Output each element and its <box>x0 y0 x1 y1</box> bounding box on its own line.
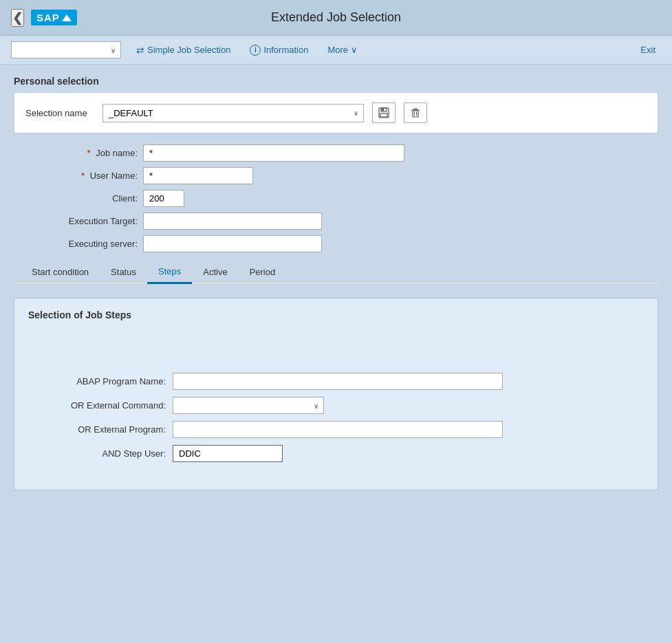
exit-button[interactable]: Exit <box>635 42 661 58</box>
or-external-command-wrapper: ∨ <box>173 397 324 414</box>
client-label: Client: <box>28 193 138 204</box>
job-name-label: * Job name: <box>28 148 138 158</box>
or-external-command-label: OR External Command: <box>28 400 166 411</box>
or-external-program-input[interactable] <box>173 421 503 438</box>
and-step-user-row: AND Step User: <box>28 445 644 462</box>
user-name-label: * User Name: <box>28 171 138 181</box>
simple-job-selection-icon: ⇄ <box>136 45 144 56</box>
tab-start-condition[interactable]: Start condition <box>21 261 100 284</box>
executing-server-input[interactable] <box>143 235 322 252</box>
or-external-program-row: OR External Program: <box>28 421 644 438</box>
selection-of-job-steps-box: Selection of Job Steps ABAP Program Name… <box>14 298 658 490</box>
or-external-command-row: OR External Command: ∨ <box>28 397 644 414</box>
personal-selection-title: Personal selection <box>14 76 658 87</box>
save-selection-button[interactable] <box>372 102 395 123</box>
steps-content: Selection of Job Steps ABAP Program Name… <box>14 284 658 490</box>
selection-name-select[interactable]: _DEFAULT <box>102 104 364 122</box>
main-content: Personal selection Selection name _DEFAU… <box>0 65 672 515</box>
or-external-command-select[interactable] <box>173 397 324 414</box>
execution-target-row: Execution Target: <box>14 212 658 230</box>
simple-job-selection-button[interactable]: ⇄ Simple Job Selection <box>132 42 235 58</box>
more-button[interactable]: More ∨ <box>323 42 362 58</box>
simple-job-selection-label: Simple Job Selection <box>147 45 230 55</box>
client-input[interactable] <box>143 190 184 207</box>
page-title: Extended Job Selection <box>271 10 401 25</box>
job-name-required-star: * <box>87 148 91 158</box>
information-label: Information <box>263 45 308 55</box>
information-button[interactable]: i Information <box>246 42 312 58</box>
and-step-user-label: AND Step User: <box>28 448 166 459</box>
execution-target-input[interactable] <box>143 212 322 230</box>
tab-active[interactable]: Active <box>192 261 238 284</box>
abap-program-name-row: ABAP Program Name: <box>28 373 644 390</box>
trash-icon <box>410 107 421 118</box>
executing-server-row: Executing server: <box>14 235 658 252</box>
client-row: Client: <box>14 190 658 207</box>
back-button[interactable]: ❮ <box>11 9 24 27</box>
tab-period[interactable]: Period <box>239 261 287 284</box>
more-chevron-icon: ∨ <box>351 45 358 55</box>
executing-server-label: Executing server: <box>28 239 138 249</box>
tab-status[interactable]: Status <box>100 261 147 284</box>
save-icon <box>378 107 389 118</box>
toolbar: ∨ ⇄ Simple Job Selection i Information M… <box>0 36 672 65</box>
sap-logo: SAP <box>31 10 77 25</box>
svg-rect-6 <box>414 109 417 110</box>
selection-name-label: Selection name <box>25 108 94 118</box>
tabs-bar: Start condition Status Steps Active Peri… <box>14 261 658 284</box>
tab-steps[interactable]: Steps <box>147 261 192 284</box>
header: ❮ SAP Extended Job Selection <box>0 0 672 36</box>
personal-selection-box: Selection name _DEFAULT ∨ <box>14 92 658 133</box>
job-name-row: * Job name: <box>14 144 658 162</box>
abap-program-name-input[interactable] <box>173 373 503 390</box>
user-name-row: * User Name: <box>14 167 658 184</box>
toolbar-dropdown[interactable] <box>11 41 121 58</box>
information-icon: i <box>250 45 261 56</box>
exit-label: Exit <box>640 45 655 55</box>
sap-logo-text: SAP <box>36 12 60 23</box>
form-section: * Job name: * User Name: Client: Executi… <box>14 144 658 252</box>
more-label: More <box>327 45 348 55</box>
or-external-program-label: OR External Program: <box>28 424 166 435</box>
execution-target-label: Execution Target: <box>28 216 138 226</box>
svg-rect-2 <box>380 113 387 117</box>
selection-name-wrapper: _DEFAULT ∨ <box>102 104 364 122</box>
svg-rect-3 <box>382 109 384 111</box>
sap-logo-triangle <box>62 14 72 21</box>
user-name-required-star: * <box>81 171 85 181</box>
selection-of-job-steps-title: Selection of Job Steps <box>28 309 644 320</box>
abap-program-name-label: ABAP Program Name: <box>28 376 166 386</box>
and-step-user-input[interactable] <box>173 445 283 462</box>
job-name-input[interactable] <box>143 144 404 162</box>
svg-rect-4 <box>413 111 418 117</box>
steps-spacer <box>28 331 644 373</box>
toolbar-dropdown-wrapper: ∨ <box>11 41 121 58</box>
delete-selection-button[interactable] <box>404 102 427 123</box>
user-name-input[interactable] <box>143 167 253 184</box>
